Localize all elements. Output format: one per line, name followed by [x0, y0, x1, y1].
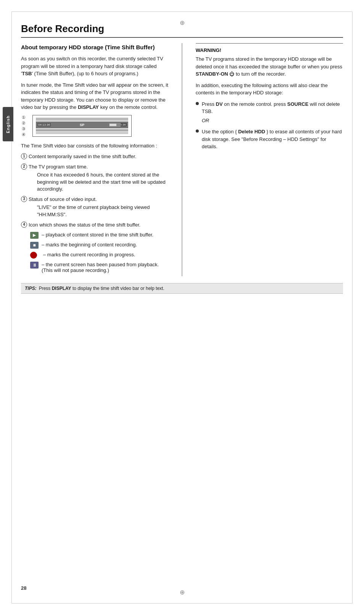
bullet-content-1: Press DV on the remote control. press SO…: [202, 100, 343, 125]
page-number: 28: [21, 585, 26, 591]
paragraph-2: In tuner mode, the Time Shift video bar …: [21, 81, 168, 111]
right-col-divider-top: [196, 43, 343, 44]
numbered-item-2: 2 The TV program start time. Once it has…: [21, 163, 168, 193]
rec-start-icon-box: ■: [30, 242, 39, 249]
item-4-content: Icon which shows the status of the time …: [29, 222, 168, 229]
icon-row-rec-start: ■ – marks the beginning of content recor…: [30, 242, 168, 249]
vb-row4: [36, 132, 128, 134]
pause-icon-box: ⏸: [30, 262, 39, 269]
item-1-content: Content temporarily saved in the time sh…: [29, 153, 168, 160]
tips-text: Press DISPLAY to display the time shift …: [39, 286, 164, 291]
page-title: Before Recording: [21, 23, 343, 38]
right-column: WARNING! The TV programs stored in the t…: [196, 43, 343, 276]
border-top: [11, 11, 353, 12]
item-2-content: The TV program start time. Once it has e…: [29, 163, 168, 193]
bullet-dot-2: [196, 129, 199, 133]
two-column-layout: About temporary HDD storage (Time Shift …: [21, 43, 343, 276]
page-content: English Before Recording About temporary…: [21, 23, 343, 594]
item-2-sub: Once it has exceeded 6 hours, the conten…: [29, 172, 168, 193]
left-column: About temporary HDD storage (Time Shift …: [21, 43, 168, 276]
diag-num-2: ②: [22, 121, 26, 126]
diag-num-1: ①: [22, 115, 26, 120]
diag-num-3: ③: [22, 126, 26, 131]
item-3-sub: "LIVE" or the time of current playback b…: [29, 204, 168, 218]
tips-label: TIPS:: [25, 286, 37, 291]
vb-row3: [36, 129, 128, 131]
circle-num-3: 3: [21, 196, 27, 202]
icon-row-rec-progress: – marks the current recording in progres…: [30, 252, 168, 259]
diag-num-4: ④: [22, 132, 26, 137]
circle-num-4: 4: [21, 222, 27, 228]
icon-row-play: ▶ – playback of content stored in the ti…: [30, 232, 168, 239]
icon-row-pause: ⏸ – the current screen has been paused f…: [30, 262, 168, 273]
time-shift-intro: The Time Shift video bar consists of the…: [21, 142, 168, 150]
item-3-content: Status of source of video input. "LIVE" …: [29, 196, 168, 218]
icon-items: ▶ – playback of content stored in the ti…: [30, 232, 168, 273]
icon-rec-start-text: – marks the beginning of content recordi…: [42, 242, 137, 248]
warning-text: The TV programs stored in the temporary …: [196, 55, 343, 78]
section-title: About temporary HDD storage (Time Shift …: [21, 43, 168, 51]
vb-row2: 04:13:36 SP 10:15:36: [36, 121, 128, 128]
border-bottom: [11, 603, 353, 604]
bullet-item-1: Press DV on the remote control. press SO…: [196, 100, 343, 125]
video-bar-diagram-wrapper: ① ② ③ ④ 04:13:36 SP 10:15:36: [21, 115, 168, 137]
circle-num-1: 1: [21, 153, 27, 159]
vb-row1: [36, 118, 128, 121]
bullet-content-2: Use the option { Delete HDD } to erase a…: [202, 128, 343, 151]
vb-time-left: 04:13:36: [37, 123, 51, 126]
video-bar-diagram: 04:13:36 SP 10:15:36: [32, 115, 132, 137]
border-right: [352, 11, 353, 604]
addition-text: In addition, executing the following act…: [196, 82, 343, 97]
vb-sp: SP: [80, 123, 84, 127]
border-left: [11, 11, 12, 604]
rec-progress-icon-box: [30, 252, 37, 259]
vb-progress-inner: [110, 124, 116, 126]
numbered-item-1: 1 Content temporarily saved in the time …: [21, 153, 168, 160]
numbered-item-4: 4 Icon which shows the status of the tim…: [21, 222, 168, 229]
vb-progress-bar: [109, 123, 121, 127]
bullet-item-2: Use the option { Delete HDD } to erase a…: [196, 128, 343, 151]
english-tab-label: English: [6, 115, 10, 133]
circle-num-2: 2: [21, 163, 27, 170]
column-divider: [182, 43, 182, 276]
numbered-item-3: 3 Status of source of video input. "LIVE…: [21, 196, 168, 218]
warning-title: WARNING!: [196, 47, 343, 53]
icon-play-text: – playback of content stored in the time…: [42, 232, 153, 238]
english-tab: English: [3, 107, 13, 141]
play-icon-box: ▶: [30, 232, 39, 239]
paragraph-1: As soon as you switch on this recorder, …: [21, 55, 168, 78]
bullet-dot-1: [196, 102, 199, 105]
tips-bar: TIPS: Press DISPLAY to display the time …: [21, 283, 343, 294]
icon-rec-progress-text: – marks the current recording in progres…: [43, 252, 135, 257]
icon-pause-text: – the current screen has been paused fro…: [42, 262, 168, 273]
